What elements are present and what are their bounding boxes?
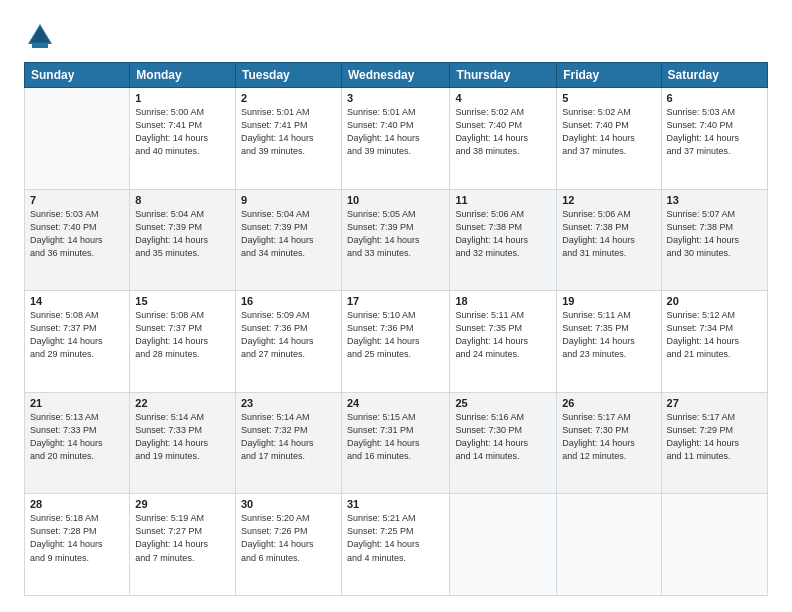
calendar-cell [25,88,130,190]
svg-rect-2 [32,44,48,48]
day-number: 12 [562,194,655,206]
day-number: 19 [562,295,655,307]
calendar-cell: 24Sunrise: 5:15 AM Sunset: 7:31 PM Dayli… [341,392,449,494]
day-info: Sunrise: 5:12 AM Sunset: 7:34 PM Dayligh… [667,309,762,361]
day-number: 13 [667,194,762,206]
calendar-cell: 28Sunrise: 5:18 AM Sunset: 7:28 PM Dayli… [25,494,130,596]
col-sunday: Sunday [25,63,130,88]
calendar-cell: 8Sunrise: 5:04 AM Sunset: 7:39 PM Daylig… [130,189,236,291]
calendar-cell: 5Sunrise: 5:02 AM Sunset: 7:40 PM Daylig… [557,88,661,190]
calendar-cell: 16Sunrise: 5:09 AM Sunset: 7:36 PM Dayli… [235,291,341,393]
day-info: Sunrise: 5:02 AM Sunset: 7:40 PM Dayligh… [562,106,655,158]
day-info: Sunrise: 5:15 AM Sunset: 7:31 PM Dayligh… [347,411,444,463]
day-number: 27 [667,397,762,409]
day-number: 10 [347,194,444,206]
day-info: Sunrise: 5:08 AM Sunset: 7:37 PM Dayligh… [135,309,230,361]
calendar-cell: 7Sunrise: 5:03 AM Sunset: 7:40 PM Daylig… [25,189,130,291]
calendar-cell: 3Sunrise: 5:01 AM Sunset: 7:40 PM Daylig… [341,88,449,190]
day-number: 8 [135,194,230,206]
day-info: Sunrise: 5:20 AM Sunset: 7:26 PM Dayligh… [241,512,336,564]
calendar-cell: 15Sunrise: 5:08 AM Sunset: 7:37 PM Dayli… [130,291,236,393]
day-info: Sunrise: 5:14 AM Sunset: 7:32 PM Dayligh… [241,411,336,463]
day-number: 26 [562,397,655,409]
day-number: 31 [347,498,444,510]
calendar-cell: 2Sunrise: 5:01 AM Sunset: 7:41 PM Daylig… [235,88,341,190]
day-number: 5 [562,92,655,104]
logo-icon [24,20,56,52]
calendar-cell: 10Sunrise: 5:05 AM Sunset: 7:39 PM Dayli… [341,189,449,291]
day-number: 30 [241,498,336,510]
day-number: 25 [455,397,551,409]
col-tuesday: Tuesday [235,63,341,88]
calendar-cell: 4Sunrise: 5:02 AM Sunset: 7:40 PM Daylig… [450,88,557,190]
day-info: Sunrise: 5:19 AM Sunset: 7:27 PM Dayligh… [135,512,230,564]
calendar-cell [557,494,661,596]
svg-marker-1 [30,26,49,42]
day-info: Sunrise: 5:03 AM Sunset: 7:40 PM Dayligh… [667,106,762,158]
header [24,20,768,52]
day-number: 15 [135,295,230,307]
week-row-1: 1Sunrise: 5:00 AM Sunset: 7:41 PM Daylig… [25,88,768,190]
day-number: 1 [135,92,230,104]
calendar-cell [661,494,767,596]
day-info: Sunrise: 5:11 AM Sunset: 7:35 PM Dayligh… [455,309,551,361]
calendar-cell: 27Sunrise: 5:17 AM Sunset: 7:29 PM Dayli… [661,392,767,494]
day-number: 20 [667,295,762,307]
header-row: SundayMondayTuesdayWednesdayThursdayFrid… [25,63,768,88]
week-row-2: 7Sunrise: 5:03 AM Sunset: 7:40 PM Daylig… [25,189,768,291]
day-number: 18 [455,295,551,307]
day-number: 22 [135,397,230,409]
calendar-cell: 12Sunrise: 5:06 AM Sunset: 7:38 PM Dayli… [557,189,661,291]
calendar-cell: 20Sunrise: 5:12 AM Sunset: 7:34 PM Dayli… [661,291,767,393]
day-number: 7 [30,194,124,206]
day-info: Sunrise: 5:09 AM Sunset: 7:36 PM Dayligh… [241,309,336,361]
day-number: 9 [241,194,336,206]
day-info: Sunrise: 5:11 AM Sunset: 7:35 PM Dayligh… [562,309,655,361]
calendar-cell: 25Sunrise: 5:16 AM Sunset: 7:30 PM Dayli… [450,392,557,494]
calendar-cell: 13Sunrise: 5:07 AM Sunset: 7:38 PM Dayli… [661,189,767,291]
day-info: Sunrise: 5:18 AM Sunset: 7:28 PM Dayligh… [30,512,124,564]
day-number: 28 [30,498,124,510]
calendar-cell: 29Sunrise: 5:19 AM Sunset: 7:27 PM Dayli… [130,494,236,596]
day-number: 3 [347,92,444,104]
day-info: Sunrise: 5:05 AM Sunset: 7:39 PM Dayligh… [347,208,444,260]
day-info: Sunrise: 5:10 AM Sunset: 7:36 PM Dayligh… [347,309,444,361]
calendar-cell: 22Sunrise: 5:14 AM Sunset: 7:33 PM Dayli… [130,392,236,494]
col-wednesday: Wednesday [341,63,449,88]
calendar-cell: 23Sunrise: 5:14 AM Sunset: 7:32 PM Dayli… [235,392,341,494]
page: SundayMondayTuesdayWednesdayThursdayFrid… [0,0,792,612]
calendar-cell: 18Sunrise: 5:11 AM Sunset: 7:35 PM Dayli… [450,291,557,393]
day-number: 21 [30,397,124,409]
day-info: Sunrise: 5:16 AM Sunset: 7:30 PM Dayligh… [455,411,551,463]
day-info: Sunrise: 5:03 AM Sunset: 7:40 PM Dayligh… [30,208,124,260]
day-number: 17 [347,295,444,307]
calendar-cell [450,494,557,596]
col-friday: Friday [557,63,661,88]
day-number: 11 [455,194,551,206]
day-number: 24 [347,397,444,409]
calendar-table: SundayMondayTuesdayWednesdayThursdayFrid… [24,62,768,596]
calendar-cell: 30Sunrise: 5:20 AM Sunset: 7:26 PM Dayli… [235,494,341,596]
col-thursday: Thursday [450,63,557,88]
day-number: 14 [30,295,124,307]
calendar-cell: 21Sunrise: 5:13 AM Sunset: 7:33 PM Dayli… [25,392,130,494]
day-number: 6 [667,92,762,104]
day-info: Sunrise: 5:07 AM Sunset: 7:38 PM Dayligh… [667,208,762,260]
col-monday: Monday [130,63,236,88]
day-info: Sunrise: 5:01 AM Sunset: 7:41 PM Dayligh… [241,106,336,158]
day-info: Sunrise: 5:08 AM Sunset: 7:37 PM Dayligh… [30,309,124,361]
week-row-5: 28Sunrise: 5:18 AM Sunset: 7:28 PM Dayli… [25,494,768,596]
day-info: Sunrise: 5:17 AM Sunset: 7:29 PM Dayligh… [667,411,762,463]
calendar-cell: 31Sunrise: 5:21 AM Sunset: 7:25 PM Dayli… [341,494,449,596]
day-info: Sunrise: 5:13 AM Sunset: 7:33 PM Dayligh… [30,411,124,463]
calendar-cell: 1Sunrise: 5:00 AM Sunset: 7:41 PM Daylig… [130,88,236,190]
logo [24,20,62,52]
week-row-4: 21Sunrise: 5:13 AM Sunset: 7:33 PM Dayli… [25,392,768,494]
col-saturday: Saturday [661,63,767,88]
day-info: Sunrise: 5:06 AM Sunset: 7:38 PM Dayligh… [562,208,655,260]
calendar-cell: 14Sunrise: 5:08 AM Sunset: 7:37 PM Dayli… [25,291,130,393]
calendar-cell: 9Sunrise: 5:04 AM Sunset: 7:39 PM Daylig… [235,189,341,291]
calendar-cell: 6Sunrise: 5:03 AM Sunset: 7:40 PM Daylig… [661,88,767,190]
day-info: Sunrise: 5:21 AM Sunset: 7:25 PM Dayligh… [347,512,444,564]
day-number: 29 [135,498,230,510]
